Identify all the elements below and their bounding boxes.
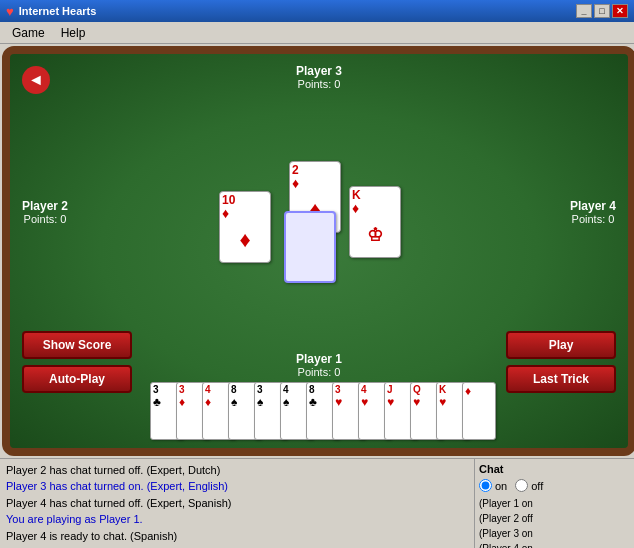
hand-card-12[interactable]: ♦ bbox=[462, 382, 496, 440]
chat-panel-title: Chat bbox=[479, 463, 630, 475]
chat-player-1: (Player 1 on bbox=[479, 496, 630, 511]
player2-label: Player 2 Points: 0 bbox=[22, 199, 68, 225]
chat-players: (Player 1 on (Player 2 off (Player 3 on … bbox=[479, 496, 630, 548]
radio-on[interactable]: on bbox=[479, 479, 507, 492]
title-text: Internet Hearts bbox=[19, 5, 97, 17]
chat-line-1: Player 3 has chat turned on. (Expert, En… bbox=[6, 479, 468, 494]
card-player1 bbox=[284, 211, 336, 283]
menu-help[interactable]: Help bbox=[53, 24, 94, 42]
close-button[interactable]: ✕ bbox=[612, 4, 628, 18]
play-button[interactable]: Play bbox=[506, 331, 616, 359]
radio-off[interactable]: off bbox=[515, 479, 543, 492]
maximize-button[interactable]: □ bbox=[594, 4, 610, 18]
left-buttons: Show Score Auto-Play bbox=[22, 331, 132, 393]
chat-player-2: (Player 2 off bbox=[479, 511, 630, 526]
chat-line-4: Player 4 is ready to chat. (Spanish) bbox=[6, 529, 468, 544]
menu-bar: Game Help bbox=[0, 22, 634, 44]
last-trick-button[interactable]: Last Trick bbox=[506, 365, 616, 393]
hand-cards: 3♣ 3♦ 4♦ 8♠ 3♠ 4♠ 8♣ 3♥ 4♥ J♥ Q♥ K♥ ♦ bbox=[150, 382, 488, 440]
game-area: ◄ Player 3 Points: 0 Player 2 Points: 0 … bbox=[2, 46, 634, 456]
player2-points: Points: 0 bbox=[22, 213, 68, 225]
minimize-button[interactable]: _ bbox=[576, 4, 592, 18]
chat-line-0: Player 2 has chat turned off. (Expert, D… bbox=[6, 463, 468, 478]
player4-points: Points: 0 bbox=[570, 213, 616, 225]
player2-name: Player 2 bbox=[22, 199, 68, 213]
player4-label: Player 4 Points: 0 bbox=[570, 199, 616, 225]
chat-player-3: (Player 3 on bbox=[479, 526, 630, 541]
menu-game[interactable]: Game bbox=[4, 24, 53, 42]
chat-log: Player 2 has chat turned off. (Expert, D… bbox=[0, 459, 474, 548]
chat-right-panel: Chat on off (Player 1 on (Player 2 off (… bbox=[474, 459, 634, 548]
card-player4: K ♦ ♔ bbox=[349, 186, 401, 258]
card-player2: 10 ♦ ♦ bbox=[219, 191, 271, 263]
back-button[interactable]: ◄ bbox=[22, 66, 50, 94]
player1-label: Player 1 Points: 0 bbox=[296, 352, 342, 378]
bottom-panel: Player 2 has chat turned off. (Expert, D… bbox=[0, 458, 634, 548]
radio-off-input[interactable] bbox=[515, 479, 528, 492]
player3-name: Player 3 bbox=[296, 64, 342, 78]
chat-player-4: (Player 4 on bbox=[479, 541, 630, 548]
center-cards: 2 ♦ ♦ 10 ♦ ♦ K ♦ ♔ bbox=[229, 171, 409, 291]
radio-on-label: on bbox=[495, 480, 507, 492]
chat-line-3: You are playing as Player 1. bbox=[6, 512, 468, 527]
player1-points: Points: 0 bbox=[296, 366, 342, 378]
player1-name: Player 1 bbox=[296, 352, 342, 366]
right-buttons: Play Last Trick bbox=[506, 331, 616, 393]
app-icon: ♥ bbox=[6, 4, 14, 19]
title-bar: ♥ Internet Hearts _ □ ✕ bbox=[0, 0, 634, 22]
auto-play-button[interactable]: Auto-Play bbox=[22, 365, 132, 393]
window-controls: _ □ ✕ bbox=[576, 4, 628, 18]
show-score-button[interactable]: Show Score bbox=[22, 331, 132, 359]
radio-on-input[interactable] bbox=[479, 479, 492, 492]
player3-points: Points: 0 bbox=[296, 78, 342, 90]
chat-line-2: Player 4 has chat turned off. (Expert, S… bbox=[6, 496, 468, 511]
player3-label: Player 3 Points: 0 bbox=[296, 64, 342, 90]
chat-radio-group: on off bbox=[479, 479, 630, 492]
player4-name: Player 4 bbox=[570, 199, 616, 213]
radio-off-label: off bbox=[531, 480, 543, 492]
